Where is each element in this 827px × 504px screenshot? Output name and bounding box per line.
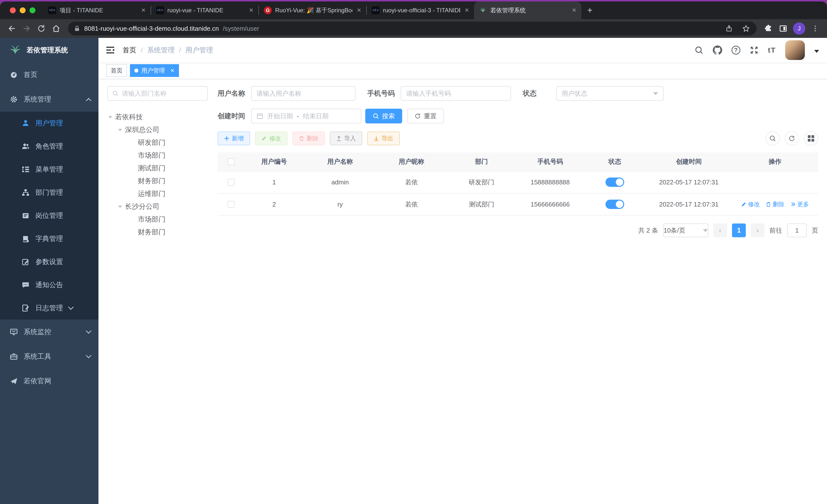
browser-tab-3[interactable]: G RuoYi-Vue: 🎉 基于SpringBoot, ✕ [259,1,366,19]
search-button[interactable]: 搜索 [365,109,402,123]
date-range-picker[interactable]: 开始日期 - 结束日期 [251,109,361,123]
tab-close-icon[interactable]: ✕ [464,7,470,13]
sidebar-item-roles[interactable]: 角色管理 [0,135,98,158]
import-button[interactable]: 导入 [330,131,362,145]
sidebar-item-label: 菜单管理 [36,165,63,174]
sidebar-item-logs[interactable]: 日志管理 [0,296,98,320]
select-all-checkbox[interactable] [228,158,235,165]
tab-close-icon[interactable]: ✕ [356,7,362,13]
caret-down-icon[interactable] [118,129,122,133]
phone-input[interactable] [406,90,505,97]
home-icon[interactable] [49,22,63,36]
tree-node-company[interactable]: 若依科技 [107,111,208,123]
tree-node-dept[interactable]: 运维部门 [107,187,208,200]
tab-close-icon[interactable]: ✕ [248,7,254,13]
reset-button[interactable]: 重置 [407,109,444,123]
tree-node-label: 财务部门 [138,227,165,237]
avatar-dropdown-caret-icon[interactable] [814,50,819,55]
sidebar-item-config[interactable]: 参数设置 [0,250,98,273]
tree-node-branch[interactable]: 深圳总公司 [107,123,208,136]
edit-button[interactable]: 修改 [255,131,288,145]
row-edit-link[interactable]: 修改 [741,201,760,208]
extensions-puzzle-icon[interactable] [762,22,775,36]
tag-home[interactable]: 首页 [106,64,127,77]
side-panel-icon[interactable] [776,22,790,36]
browser-tab-2[interactable]: <t> ruoyi-vue - TITANIDE ✕ [151,1,258,19]
export-button[interactable]: 导出 [367,131,400,145]
browser-menu-icon[interactable] [808,22,822,36]
sidebar-item-dict[interactable]: 字典管理 [0,227,98,250]
sidebar-item-menus[interactable]: 菜单管理 [0,158,98,181]
sidebar-item-home[interactable]: 首页 [0,62,98,87]
tree-node-dept[interactable]: 测试部门 [107,162,208,175]
delete-button[interactable]: 删除 [292,131,325,145]
caret-down-icon[interactable] [108,116,112,120]
search-icon[interactable] [694,46,703,55]
column-settings-button[interactable] [804,131,818,146]
refresh-table-button[interactable] [785,131,799,146]
table-row[interactable]: 2 ry 若依 测试部门 15666666666 2022-05-17 12:0… [217,193,818,215]
forward-icon[interactable] [20,22,34,36]
reload-icon[interactable] [35,22,48,36]
fullscreen-icon[interactable] [750,46,759,55]
next-page-button[interactable]: › [751,223,765,237]
sidebar-item-official-site[interactable]: 若依官网 [0,369,98,393]
app-logo[interactable]: 若依管理系统 [0,38,98,62]
sidebar-item-system[interactable]: 系统管理 [0,87,98,112]
browser-tab-active[interactable]: 若依管理系统 ✕ [474,1,581,19]
github-icon[interactable] [713,46,722,55]
row-checkbox[interactable] [228,179,235,186]
sidebar-item-posts[interactable]: 岗位管理 [0,204,98,227]
breadcrumb-item-home[interactable]: 首页 [123,46,136,55]
tab-close-icon[interactable]: ✕ [571,7,577,13]
show-search-toggle-button[interactable] [766,131,780,146]
maximize-window-button[interactable] [30,7,36,13]
row-checkbox[interactable] [228,201,235,208]
page-size-select[interactable]: 10条/页 [663,223,709,237]
tree-node-dept[interactable]: 财务部门 [107,175,208,187]
row-more-link[interactable]: 更多 [790,201,809,208]
tag-close-icon[interactable]: ✕ [170,68,175,73]
tags-view-bar: 首页 用户管理 ✕ [98,62,827,79]
sidebar-toggle-icon[interactable] [106,47,115,54]
minimize-window-button[interactable] [20,7,26,13]
page-number-button[interactable]: 1 [732,223,746,237]
tab-close-icon[interactable]: ✕ [140,7,147,13]
back-icon[interactable] [5,22,19,36]
sidebar-item-depts[interactable]: 部门管理 [0,181,98,204]
new-tab-button[interactable]: + [581,5,598,15]
help-icon[interactable]: ? [731,46,740,55]
share-icon[interactable] [723,24,735,33]
tag-user-management[interactable]: 用户管理 ✕ [130,64,179,77]
sidebar-item-notice[interactable]: 通知公告 [0,273,98,296]
status-select[interactable]: 用户状态 [556,86,664,101]
sidebar-item-users[interactable]: 用户管理 [0,112,98,135]
sidebar-item-monitor[interactable]: 系统监控 [0,320,98,344]
username-input[interactable] [256,90,350,97]
caret-down-icon[interactable] [118,206,122,210]
status-toggle[interactable] [605,177,624,187]
font-size-icon[interactable]: tT [768,46,776,54]
tree-node-dept[interactable]: 财务部门 [107,226,208,238]
sidebar-item-tools[interactable]: 系统工具 [0,344,98,369]
bookmark-star-icon[interactable] [739,24,753,33]
browser-tab-4[interactable]: <t> ruoyi-vue-official-3 - TITANIDE ✕ [367,1,474,19]
table-row[interactable]: 1 admin 若依 研发部门 15888888888 2022-05-17 1… [217,171,818,193]
tree-node-dept[interactable]: 研发部门 [107,136,208,149]
add-button[interactable]: 新增 [217,131,250,145]
breadcrumb: 首页 / 系统管理 / 用户管理 [123,46,213,55]
close-window-button[interactable] [10,7,16,13]
browser-tab-1[interactable]: <t> 项目 - TITANIDE ✕ [43,1,151,19]
tree-node-dept[interactable]: 市场部门 [107,213,208,226]
prev-page-button[interactable]: ‹ [713,223,727,237]
status-toggle[interactable] [605,200,624,209]
dept-search-input[interactable] [122,90,203,97]
address-bar[interactable]: 8081-ruoyi-vue-official-3-demo.cloud.tit… [68,22,757,36]
goto-page-input[interactable] [787,223,807,237]
tree-node-dept[interactable]: 市场部门 [107,149,208,162]
user-avatar[interactable] [785,40,805,60]
row-delete-link[interactable]: 删除 [766,201,784,208]
tree-node-branch[interactable]: 长沙分公司 [107,200,208,213]
export-button-label: 导出 [382,134,393,143]
browser-profile-avatar[interactable]: J [793,22,805,35]
